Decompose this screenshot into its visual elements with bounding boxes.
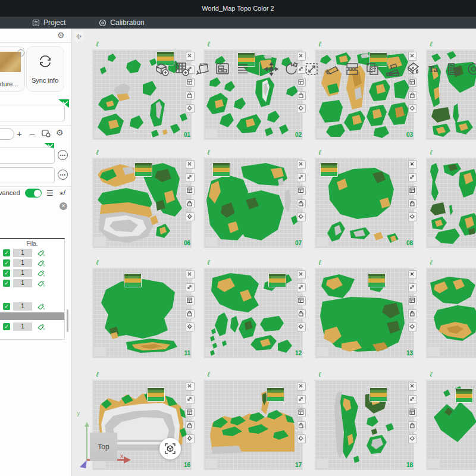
filament-tab-pill[interactable]: mes (0, 129, 14, 140)
sync-info-button[interactable]: Sync info (26, 46, 64, 92)
color-paint-tool-button[interactable] (405, 61, 421, 77)
lock-plate-icon[interactable] (408, 199, 417, 208)
plate-gear-icon[interactable] (297, 212, 306, 221)
collapse-sidebar-button[interactable]: ‹|› (74, 31, 84, 42)
table-row-selected[interactable] (0, 312, 64, 320)
build-plate-17[interactable]: 17 (203, 380, 303, 470)
table-row[interactable]: ✓1 (0, 322, 64, 331)
lock-plate-icon[interactable] (186, 91, 195, 100)
variable-layer-tool-button[interactable] (445, 61, 462, 77)
table-scrollbar[interactable] (67, 309, 68, 332)
advanced-toggle[interactable] (25, 189, 42, 198)
plate-gear-icon[interactable] (408, 104, 417, 113)
delete-plate-icon[interactable] (297, 382, 306, 391)
lock-plate-icon[interactable] (408, 421, 417, 430)
flush-icon[interactable] (37, 259, 45, 267)
filament-settings-gear-icon[interactable]: ⚙ (56, 129, 64, 137)
align-tool-button[interactable] (234, 61, 251, 77)
remove-filament-button[interactable]: – (30, 129, 35, 137)
flush-icon[interactable] (37, 280, 45, 287)
filament-value[interactable]: 1 (13, 302, 32, 311)
build-plate-09[interactable]: 09 (426, 158, 476, 248)
build-plate-06[interactable]: 06 (92, 158, 192, 248)
delete-plate-icon[interactable] (408, 160, 417, 169)
lock-plate-icon[interactable] (297, 421, 306, 430)
scale-tool-button[interactable] (303, 61, 320, 77)
filament-value[interactable]: 1 (13, 269, 32, 277)
filament-1-edit-button[interactable]: ••• (58, 150, 68, 160)
printable-checkbox[interactable]: ✓ (3, 270, 10, 277)
plate-settings-list-icon[interactable] (408, 408, 417, 417)
build-plate-19[interactable]: 19 (426, 380, 476, 470)
sync-filament-icon[interactable] (42, 129, 51, 137)
plate-settings-list-icon[interactable] (408, 296, 417, 305)
lock-plate-icon[interactable] (297, 309, 306, 318)
lock-plate-icon[interactable] (408, 91, 417, 100)
table-row[interactable]: ✓1 (0, 279, 64, 288)
delete-plate-icon[interactable] (297, 52, 306, 61)
build-plate-13[interactable]: 13 (315, 268, 414, 358)
flush-icon[interactable] (37, 323, 45, 331)
arrange-tool-button[interactable] (214, 61, 231, 77)
plate-settings-list-icon[interactable] (186, 408, 195, 417)
delete-plate-icon[interactable] (186, 270, 195, 279)
printable-checkbox[interactable]: ✓ (3, 259, 10, 267)
printable-checkbox[interactable]: ✓ (3, 249, 10, 256)
plate-settings-list-icon[interactable] (186, 78, 195, 87)
table-row[interactable]: ✓1 (0, 302, 64, 311)
filament-2-combo[interactable] (0, 167, 55, 183)
plate-settings-list-icon[interactable] (408, 186, 417, 195)
clone-tool-button[interactable] (364, 61, 381, 77)
text-tool-button[interactable]: Ta (425, 61, 441, 77)
delete-plate-icon[interactable] (408, 52, 417, 61)
plate-gear-icon[interactable] (186, 104, 195, 113)
flush-icon[interactable] (37, 303, 45, 311)
table-row[interactable]: ✓1 (0, 259, 64, 268)
rotate-tool-button[interactable] (283, 61, 300, 77)
build-plate-11[interactable]: 11 (92, 268, 192, 358)
view-cube[interactable]: Top (90, 433, 117, 461)
orient-plate-icon[interactable] (297, 173, 306, 182)
build-plate-14[interactable]: 14 (426, 268, 476, 358)
printer-combo[interactable] (0, 105, 65, 121)
sidebar-settings-gear-icon[interactable]: ⚙ (57, 31, 65, 39)
orient-plate-icon[interactable] (408, 395, 417, 404)
orient-plate-icon[interactable] (408, 283, 417, 292)
lock-plate-icon[interactable] (186, 421, 195, 430)
auto-orient-tool-button[interactable]: AUTO (194, 61, 211, 77)
orient-plate-icon[interactable] (408, 173, 417, 182)
delete-plate-icon[interactable] (186, 160, 195, 169)
plate-settings-list-icon[interactable] (297, 78, 306, 87)
lock-plate-icon[interactable] (297, 199, 306, 208)
cut-tool-button[interactable] (344, 61, 361, 77)
plate-gear-icon[interactable] (186, 434, 195, 443)
orient-plate-icon[interactable] (297, 283, 306, 292)
plate-gear-icon[interactable] (186, 322, 195, 331)
object-list-icon[interactable]: ☰ (46, 189, 54, 197)
delete-plate-icon[interactable] (297, 160, 306, 169)
lock-plate-icon[interactable] (186, 309, 195, 318)
plate-gear-icon[interactable] (186, 212, 195, 221)
printable-checkbox[interactable]: ✓ (3, 303, 10, 310)
orient-plate-icon[interactable] (186, 283, 195, 292)
build-plate-12[interactable]: 12 (203, 268, 303, 358)
filament-value[interactable]: 1 (13, 249, 32, 257)
orient-plate-icon[interactable] (186, 173, 195, 182)
lock-plate-icon[interactable] (297, 91, 306, 100)
close-table-icon[interactable]: ✕ (60, 202, 67, 210)
add-filament-button[interactable]: + (17, 129, 22, 138)
plate-gear-icon[interactable] (297, 104, 306, 113)
seam-tool-button[interactable] (465, 61, 476, 77)
orient-plate-icon[interactable] (297, 395, 306, 404)
filament-value[interactable]: 1 (13, 259, 32, 267)
flush-icon[interactable] (37, 270, 45, 277)
table-row[interactable]: ✓1 (0, 249, 64, 258)
texture-card[interactable]: i xture... (0, 46, 25, 92)
delete-plate-icon[interactable] (408, 382, 417, 391)
plate-gear-icon[interactable] (297, 434, 306, 443)
table-row[interactable]: ✓1 (0, 269, 64, 278)
add-plate-tool-button[interactable] (174, 61, 190, 77)
process-param-icon[interactable]: ⁎/ (60, 189, 65, 196)
move-tool-button[interactable] (263, 61, 280, 77)
plate-settings-list-icon[interactable] (408, 78, 417, 87)
